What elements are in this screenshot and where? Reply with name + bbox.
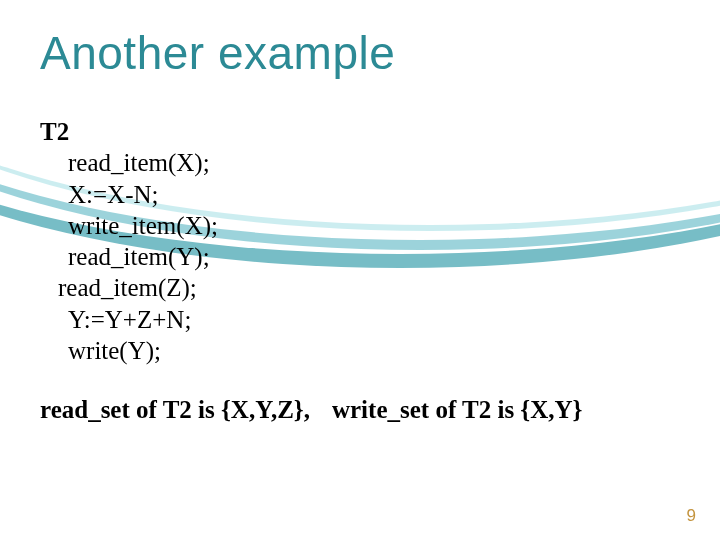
- sets-line: read_set of T2 is {X,Y,Z},write_set of T…: [40, 394, 680, 425]
- code-line: X:=X-N;: [68, 179, 680, 210]
- code-line: Y:=Y+Z+N;: [68, 304, 680, 335]
- slide-title: Another example: [40, 26, 680, 80]
- code-line: write_item(X);: [68, 210, 680, 241]
- code-line: read_item(Z);: [58, 272, 680, 303]
- slide-content: Another example T2 read_item(X); X:=X-N;…: [0, 0, 720, 540]
- code-block: read_item(X); X:=X-N; write_item(X); rea…: [68, 147, 680, 366]
- code-line: read_item(Y);: [68, 241, 680, 272]
- transaction-name: T2: [40, 116, 680, 147]
- body-text: T2 read_item(X); X:=X-N; write_item(X); …: [40, 116, 680, 425]
- read-set-text: read_set of T2 is {X,Y,Z},: [40, 396, 310, 423]
- page-number: 9: [687, 506, 696, 526]
- code-line: write(Y);: [68, 335, 680, 366]
- write-set-text: write_set of T2 is {X,Y}: [332, 396, 582, 423]
- code-line: read_item(X);: [68, 147, 680, 178]
